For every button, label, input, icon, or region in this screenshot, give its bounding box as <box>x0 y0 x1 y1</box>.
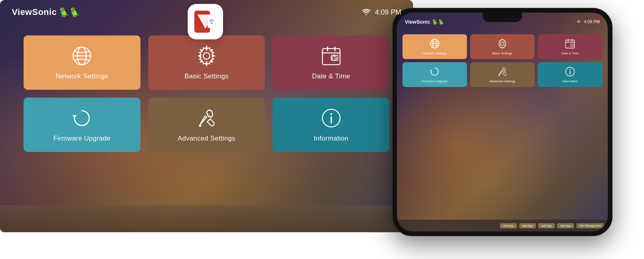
tile-datetime-label: Date & Time <box>312 72 350 80</box>
info-icon <box>320 107 342 129</box>
bottom-tab-4[interactable]: Add App <box>557 223 574 228</box>
phone-wifi-icon <box>576 20 581 24</box>
phone-logo-birds: 🦜🦜 <box>432 19 445 25</box>
phone-tile-advanced-label: Advanced Settings <box>489 80 516 83</box>
tile-firmware-label: Firmware Upgrade <box>54 135 111 142</box>
svg-marker-11 <box>72 115 77 118</box>
phone-time: 4:09 PM <box>584 19 600 24</box>
svg-marker-25 <box>430 70 432 72</box>
tile-firmware-upgrade[interactable]: Firmware Upgrade <box>24 98 140 152</box>
calendar-icon <box>320 45 342 67</box>
phone-gear-icon <box>497 38 508 49</box>
svg-point-4 <box>203 53 210 59</box>
tile-information[interactable]: Information <box>273 98 389 152</box>
tile-network-label: Network Settings <box>56 72 108 80</box>
refresh-icon <box>71 107 93 129</box>
tools-icon <box>196 107 218 129</box>
tile-info-label: Information <box>314 135 348 142</box>
tile-datetime[interactable]: Date & Time <box>273 35 389 90</box>
tile-advanced-settings[interactable]: Advanced Settings <box>148 98 265 152</box>
phone-tile-grid: Network Settings Basic Settings <box>402 34 602 87</box>
svg-point-19 <box>501 42 504 45</box>
phone-tile-basic[interactable]: Basic Settings <box>470 34 535 59</box>
tv-time: 4:09 PM <box>375 8 401 17</box>
tile-network-settings[interactable]: Network Settings <box>24 35 140 90</box>
phone-tile-datetime[interactable]: Date & Time <box>538 34 602 59</box>
phone-tools-icon <box>497 66 508 77</box>
phone-tile-firmware-label: Firmware Upgrade <box>422 80 448 83</box>
tile-basic-label: Basic Settings <box>185 72 229 80</box>
tv-logo-text: ViewSonic <box>12 7 57 17</box>
tv-logo: ViewSonic 🦜🦜 <box>12 7 80 17</box>
tv-header: ViewSonic 🦜🦜 4:09 PM <box>0 0 413 24</box>
phone-globe-icon <box>429 38 440 49</box>
svg-point-28 <box>570 69 571 70</box>
svg-point-0 <box>365 14 367 15</box>
phone-screen: ViewSonic 🦜🦜 4:09 PM <box>397 13 608 231</box>
phone-bottom-bar: Add App Add App Add App Add App File Man… <box>397 220 608 231</box>
tv-bottom-bar <box>0 205 413 232</box>
tv-tile-grid: Network Settings Basic Settings Date & <box>24 35 389 152</box>
phone-notch <box>483 13 522 22</box>
wifi-icon <box>362 9 371 16</box>
tv-logo-birds: 🦜🦜 <box>59 7 80 17</box>
bottom-tab-1[interactable]: Add App <box>500 223 517 228</box>
bottom-tab-2[interactable]: Add App <box>519 223 536 228</box>
globe-icon <box>71 45 93 67</box>
bottom-tab-file-mgmt[interactable]: File Management <box>576 223 604 228</box>
phone-refresh-icon <box>429 66 440 77</box>
phone-logo: ViewSonic 🦜🦜 <box>405 18 445 25</box>
phone-tile-advanced[interactable]: Advanced Settings <box>470 62 535 87</box>
tile-advanced-label: Advanced Settings <box>178 135 236 142</box>
phone-tile-network-label: Network Settings <box>423 52 447 55</box>
bottom-tab-3[interactable]: Add App <box>538 223 555 228</box>
gear-icon <box>196 45 218 67</box>
phone-tile-basic-label: Basic Settings <box>493 52 513 55</box>
phone-calendar-icon <box>565 38 576 49</box>
phone-tile-info-label: Information <box>562 80 578 83</box>
phone-tile-datetime-label: Date & Time <box>561 52 579 55</box>
phone-body: ViewSonic 🦜🦜 4:09 PM <box>392 8 613 236</box>
phone-status-bar: 4:09 PM <box>576 19 600 24</box>
phone-logo-text: ViewSonic <box>405 19 430 25</box>
svg-point-14 <box>330 113 332 115</box>
phone-container: ViewSonic 🦜🦜 4:09 PM <box>392 8 620 252</box>
svg-point-15 <box>578 23 579 24</box>
phone-info-icon <box>565 66 576 77</box>
phone-tile-firmware[interactable]: Firmware Upgrade <box>402 62 467 87</box>
phone-tile-info[interactable]: Information <box>538 62 602 87</box>
phone-tile-network[interactable]: Network Settings <box>402 34 467 59</box>
tile-basic-settings[interactable]: Basic Settings <box>148 35 265 90</box>
tv-status-bar: 4:09 PM <box>362 8 401 17</box>
